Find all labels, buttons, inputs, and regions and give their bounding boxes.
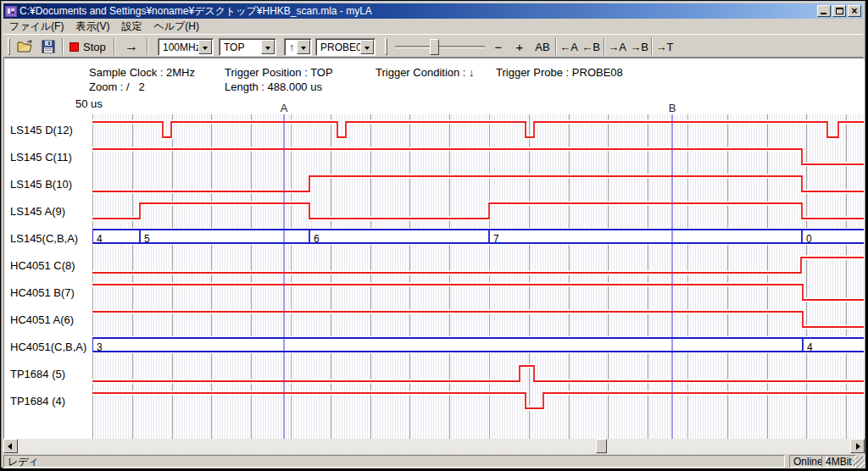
chevron-down-icon[interactable] [198,40,212,54]
toolbar-separator [651,38,653,55]
channel-label: LS145 D(12) [10,124,73,136]
toolbar-separator [555,38,557,55]
sample-clock-value: 100MHz [163,42,201,53]
move-b-left-button[interactable]: ←B [581,37,601,56]
scroll-right-button[interactable] [850,439,865,453]
status-message: レディ [3,455,785,468]
title-bar[interactable]: C:¥Documents and Settings¥noname¥デスクトップ¥… [3,3,863,19]
toolbar-separator [604,38,605,55]
scrollbar-thumb[interactable] [596,439,607,453]
trigger-edge-select[interactable]: ↑ [284,38,312,56]
info-trigger-probe: Trigger Probe : PROBE08 [496,66,623,79]
zoom-out-button[interactable]: − [490,37,507,56]
channel-label: LS145 C(11) [10,151,72,163]
stop-label: Stop [83,41,106,53]
cursor-label[interactable]: A [278,102,290,114]
app-window: C:¥Documents and Settings¥noname¥デスクトップ¥… [1,1,865,468]
waveform-plot[interactable]: 4567034 [92,114,864,440]
chevron-down-icon[interactable] [297,40,310,54]
menu-file[interactable]: ファイル(F) [3,19,70,35]
svg-text:4: 4 [97,233,103,245]
single-run-button[interactable]: → [120,37,142,56]
scroll-left-button[interactable] [3,439,18,453]
info-trigger-position: Trigger Position : TOP [225,66,333,79]
toolbar-grip[interactable] [8,38,10,55]
stop-icon [70,42,79,52]
left-arrow-icon [8,443,12,450]
move-a-right-button[interactable]: →A [607,37,627,56]
time-scale-label: 50 us [75,97,103,110]
trigger-position-value: TOP [224,42,244,53]
maximize-button[interactable] [832,5,846,17]
move-a-left-button[interactable]: ←A [559,37,579,56]
cursor-label[interactable]: B [666,102,678,114]
right-arrow-icon [856,443,860,450]
waveform-document: Sample Clock : 2MHz Zoom : / 2 Trigger P… [3,58,865,439]
channel-label: TP1684 (5) [10,368,65,380]
toolbar-grip[interactable] [385,38,387,55]
zoom-ab-button[interactable]: AB [532,37,553,56]
channel-label: HC4051 C(8) [10,259,75,272]
svg-text:4: 4 [807,341,813,353]
toolbar-separator [114,38,115,55]
window-title: C:¥Documents and Settings¥noname¥デスクトップ¥… [19,4,372,19]
channel-label: LS145 B(10) [10,178,72,191]
channel-label: HC4051(C,B,A) [10,341,86,353]
minimize-button[interactable] [817,5,831,17]
horizontal-scrollbar[interactable] [3,439,865,454]
sample-clock-select[interactable]: 100MHz [158,38,214,56]
info-sample-clock: Sample Clock : 2MHz [89,66,195,79]
chevron-down-icon[interactable] [261,40,275,54]
toolbar-separator [147,38,148,55]
goto-trigger-button[interactable]: →T [654,37,675,56]
trigger-edge-value: ↑ [289,42,294,53]
zoom-in-button[interactable]: + [511,37,528,56]
toolbar-separator [62,38,64,55]
chevron-down-icon[interactable] [360,40,374,54]
info-length: Length : 488.000 us [225,80,322,93]
close-button[interactable]: × [848,5,861,17]
toolbar: Stop → 100MHz TOP ↑ PROBE00 − + AB [3,34,863,58]
app-icon [5,6,17,17]
zoom-slider-track[interactable] [395,46,485,48]
minimize-icon [821,13,826,14]
status-bar: レディ Online 4MBit [3,454,865,468]
channel-label: HC4051 A(6) [10,313,74,326]
save-button[interactable] [38,37,58,56]
svg-text:7: 7 [493,233,499,245]
maximize-icon [836,8,843,14]
menu-settings[interactable]: 設定 [115,19,147,35]
open-file-button[interactable] [15,37,36,56]
waveform-svg[interactable]: 4567034 [92,114,864,440]
right-arrow-icon: → [125,39,138,54]
trigger-probe-select[interactable]: PROBE00 [315,38,376,56]
trigger-position-select[interactable]: TOP [219,38,276,56]
menu-bar: ファイル(F) 表示(V) 設定 ヘルプ(H) [3,19,863,34]
stop-button[interactable]: Stop [70,37,106,56]
channel-label: LS145 A(9) [10,205,65,218]
close-icon: × [849,5,860,17]
channel-label: LS145(C,B,A) [10,232,78,245]
open-folder-icon [17,40,34,53]
channel-label: HC4051 B(7) [10,286,75,299]
svg-text:5: 5 [144,233,150,245]
resize-grip[interactable] [854,457,865,468]
info-zoom: Zoom : / 2 [89,80,145,93]
channel-label: TP1684 (4) [10,395,65,407]
floppy-disk-icon [42,40,55,53]
zoom-slider-handle[interactable] [430,39,439,55]
menu-view[interactable]: 表示(V) [70,19,115,35]
move-b-right-button[interactable]: →B [629,37,649,56]
info-trigger-condition: Trigger Condition : ↓ [376,66,475,79]
svg-text:3: 3 [97,341,103,353]
svg-text:0: 0 [806,233,812,245]
svg-text:6: 6 [314,233,320,245]
status-memory: 4MBit [821,455,856,468]
menu-help[interactable]: ヘルプ(H) [147,19,205,35]
